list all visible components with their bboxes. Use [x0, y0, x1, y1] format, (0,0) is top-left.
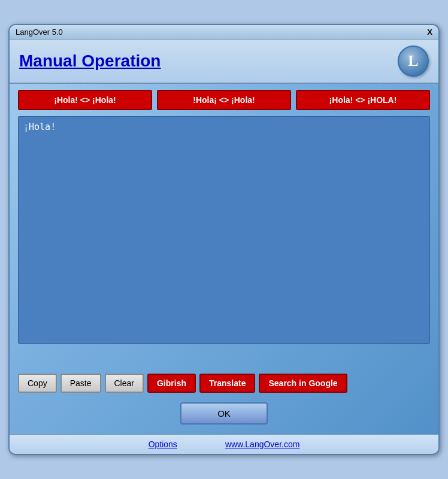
close-button[interactable]: X	[427, 28, 432, 37]
copy-button[interactable]: Copy	[18, 374, 57, 393]
main-window: LangOver 5.0 X Manual Operation L ¡Hola!…	[8, 24, 440, 455]
paste-button[interactable]: Paste	[60, 374, 101, 393]
title-bar: LangOver 5.0 X	[10, 25, 438, 40]
translate-button[interactable]: Translate	[199, 374, 255, 393]
website-link[interactable]: www.LangOver.com	[225, 439, 300, 449]
content-area: ¡Hola! <> ¡Hola! !Hola¡ <> ¡Hola! ¡Hola!…	[10, 84, 438, 434]
toggle-buttons-row: ¡Hola! <> ¡Hola! !Hola¡ <> ¡Hola! ¡Hola!…	[18, 90, 430, 110]
toggle-btn-1[interactable]: ¡Hola! <> ¡Hola!	[18, 90, 152, 110]
logo: L	[398, 46, 429, 77]
clear-button[interactable]: Clear	[105, 374, 144, 393]
logo-letter: L	[408, 52, 418, 70]
window-title: LangOver 5.0	[16, 28, 63, 37]
page-title: Manual Operation	[19, 51, 161, 71]
text-area-container: ¡Hola!	[18, 116, 430, 368]
toggle-btn-2[interactable]: !Hola¡ <> ¡Hola!	[157, 90, 291, 110]
footer: Options www.LangOver.com	[10, 434, 438, 454]
main-textarea[interactable]: ¡Hola!	[18, 116, 430, 344]
header: Manual Operation L	[10, 40, 438, 84]
options-link[interactable]: Options	[149, 439, 177, 449]
ok-button[interactable]: OK	[180, 402, 268, 425]
ok-row: OK	[18, 399, 430, 428]
gibrish-button[interactable]: Gibrish	[147, 374, 196, 393]
search-google-button[interactable]: Search in Google	[259, 374, 347, 393]
toggle-btn-3[interactable]: ¡Hola! <> ¡HOLA!	[296, 90, 430, 110]
action-buttons-row: Copy Paste Clear Gibrish Translate Searc…	[18, 374, 430, 393]
